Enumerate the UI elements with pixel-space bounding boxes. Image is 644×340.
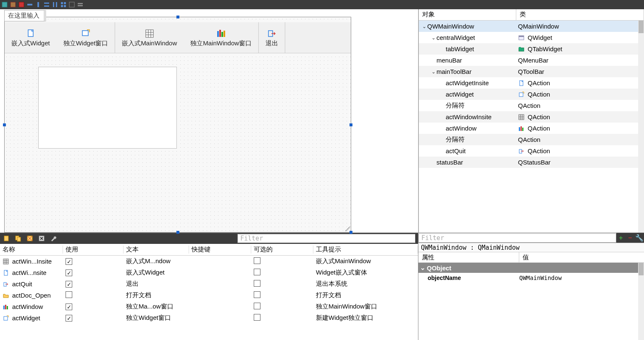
form-canvas[interactable]: 嵌入式Widget 独立Widget窗口 嵌入式MainWindow 独立Mai… <box>4 17 351 233</box>
object-tree-row[interactable]: ⌄mainToolBarQToolBar <box>419 66 644 77</box>
svg-rect-43 <box>4 236 8 241</box>
checkbox[interactable]: ✓ <box>66 315 72 322</box>
checkbox[interactable] <box>254 314 260 321</box>
object-name: tabWidget <box>446 45 474 52</box>
toolbar-item-widget-insite[interactable]: 嵌入式Widget <box>5 22 57 53</box>
toolbar-icon[interactable] <box>18 2 24 8</box>
property-group[interactable]: ⌄ QObject <box>418 263 644 273</box>
selection-handle[interactable] <box>3 123 6 126</box>
action-name: actWidget <box>12 314 40 322</box>
columns-icon <box>518 125 525 132</box>
toolbar-icon[interactable] <box>10 2 16 8</box>
svg-rect-14 <box>78 3 83 4</box>
chevron-icon[interactable]: ⌄ <box>431 35 436 41</box>
new-action-icon[interactable] <box>3 235 10 242</box>
wrench-icon[interactable] <box>50 235 57 242</box>
toolbar-icon[interactable] <box>52 2 58 8</box>
toolbar-icon[interactable] <box>35 2 41 8</box>
chevron-icon[interactable]: ⌄ <box>431 69 436 75</box>
object-tree-row[interactable]: 分隔符QAction <box>419 100 644 111</box>
property-value: QWMainWindow <box>519 275 644 281</box>
selection-handle[interactable] <box>350 123 352 126</box>
scrollbar[interactable] <box>638 263 644 340</box>
header-shortcut[interactable]: 快捷键 <box>189 246 251 254</box>
toolbar-item-mainwindow-insite[interactable]: 嵌入式MainWindow <box>115 22 184 53</box>
svg-rect-1 <box>11 2 16 7</box>
toolbar-icon[interactable] <box>2 2 8 8</box>
header-value[interactable]: 值 <box>519 252 644 262</box>
object-tree-row[interactable]: ⌄QWMainWindowQMainWindow <box>419 21 644 32</box>
checkbox[interactable]: ✓ <box>66 281 72 288</box>
object-tree-row[interactable]: statusBarQStatusBar <box>419 157 644 168</box>
object-inspector: 对象 类 ⌄QWMainWindowQMainWindow⌄centralWid… <box>419 9 644 233</box>
svg-rect-53 <box>4 270 8 275</box>
action-row[interactable]: actWi...nsite✓嵌入式WidgetWidget嵌入式窗体 <box>0 267 418 278</box>
menu-type-here[interactable]: 在这里输入 <box>4 10 46 21</box>
object-tree-row[interactable]: actWindowInsiteQAction <box>419 111 644 123</box>
copy-action-icon[interactable] <box>14 235 22 242</box>
checkbox[interactable] <box>254 269 260 275</box>
svg-rect-32 <box>520 81 523 86</box>
header-used[interactable]: 使用 <box>63 246 124 254</box>
chevron-icon[interactable]: ⌄ <box>421 24 427 29</box>
scrollbar[interactable] <box>638 21 644 233</box>
object-tree-row[interactable]: ⌄centralWidgetQWidget <box>419 32 644 43</box>
delete-action-icon[interactable] <box>38 235 45 242</box>
action-filter-input[interactable] <box>237 234 415 243</box>
object-tree-row[interactable]: actWindowQAction <box>419 123 644 134</box>
checkbox[interactable]: ✓ <box>66 303 72 310</box>
toolbar-icon[interactable] <box>60 2 66 8</box>
cut-action-icon[interactable] <box>26 235 34 242</box>
object-tree-row[interactable]: actQuitQAction <box>419 145 644 157</box>
header-object[interactable]: 对象 <box>419 9 516 20</box>
config-icon[interactable]: 🔧 <box>635 233 644 243</box>
selection-handle[interactable] <box>350 231 352 234</box>
object-name: menuBar <box>436 57 462 64</box>
object-tree-row[interactable]: 分隔符QAction <box>419 134 644 145</box>
checkbox[interactable]: ✓ <box>66 269 72 276</box>
header-text[interactable]: 文本 <box>124 246 189 254</box>
action-row[interactable]: actQuit✓退出退出本系统 <box>0 278 418 290</box>
checkbox[interactable] <box>254 280 260 287</box>
property-filter-input[interactable] <box>418 233 616 243</box>
header-prop[interactable]: 属性 <box>418 252 519 262</box>
checkbox[interactable] <box>254 257 260 264</box>
property-row[interactable]: objectName QWMainWindow <box>418 273 644 283</box>
object-class: QAction <box>528 147 550 154</box>
checkbox[interactable] <box>254 303 260 309</box>
toolbar-item-quit[interactable]: 退出 <box>259 22 285 53</box>
object-tree-row[interactable]: tabWidgetQTabWidget <box>419 43 644 55</box>
action-row[interactable]: actWin...Insite✓嵌入式M...ndow嵌入式MainWindow <box>0 256 418 267</box>
action-editor-header: 名称 使用 文本 快捷键 可选的 工具提示 <box>0 244 418 256</box>
toolbar-item-label: 嵌入式Widget <box>11 39 50 47</box>
header-checkable[interactable]: 可选的 <box>251 246 313 254</box>
checkbox[interactable] <box>66 291 72 298</box>
toolbar-icon[interactable] <box>69 2 75 8</box>
svg-rect-40 <box>520 126 522 131</box>
checkbox[interactable] <box>254 291 260 298</box>
header-class[interactable]: 类 <box>516 9 644 20</box>
add-prop-icon[interactable]: + <box>616 233 626 243</box>
tab-widget-preview[interactable] <box>38 67 177 149</box>
action-row[interactable]: actWindow✓独立Ma...ow窗口独立MainWindow窗口 <box>0 301 418 312</box>
object-tree-row[interactable]: actWidgetQAction <box>419 89 644 100</box>
checkbox[interactable]: ✓ <box>66 258 72 265</box>
object-tree-row[interactable]: menuBarQMenuBar <box>419 55 644 66</box>
object-class: QAction <box>528 125 550 132</box>
object-name: statusBar <box>436 159 463 166</box>
selection-handle[interactable] <box>176 16 179 18</box>
toolbar-icon[interactable] <box>44 2 50 8</box>
selection-handle[interactable] <box>176 231 179 234</box>
toolbar-item-mainwindow[interactable]: 独立MainWindow窗口 <box>184 22 258 53</box>
svg-rect-3 <box>27 4 32 5</box>
toolbar-icon[interactable] <box>77 2 83 8</box>
toolbar-item-widget[interactable]: 独立Widget窗口 <box>57 22 115 53</box>
header-tooltip[interactable]: 工具提示 <box>313 246 418 254</box>
header-name[interactable]: 名称 <box>0 246 63 254</box>
action-text: 退出 <box>124 280 189 288</box>
remove-prop-icon[interactable]: − <box>626 233 635 243</box>
action-row[interactable]: actDoc_Open打开文档打开文档 <box>0 290 418 301</box>
action-row[interactable]: actWidget✓独立Widget窗口新建Widget独立窗口 <box>0 312 418 324</box>
toolbar-icon[interactable] <box>27 2 33 8</box>
object-tree-row[interactable]: actWidgetInsiteQAction <box>419 77 644 89</box>
